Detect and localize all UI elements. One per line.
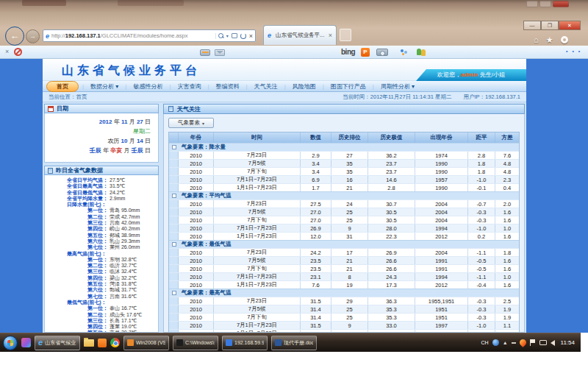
table-row[interactable]: 20107月5候3.43523.719901.84.8 — [169, 159, 519, 167]
bing-logo[interactable]: bing — [341, 48, 355, 56]
table-row[interactable]: 20107月下旬3.43523.719901.84.8 — [169, 167, 519, 175]
group-checkbox[interactable] — [172, 145, 176, 149]
taskbar-window-button-3[interactable]: 192.168.59.99... — [222, 336, 268, 350]
table-row[interactable]: 20107月1日~7月23日31.5933.01997-1.01.1 — [169, 321, 519, 329]
toolbar-overflow-icon[interactable]: • • • — [566, 49, 581, 54]
url-text[interactable]: http://192.168.137.1/GLCCLIMATE/modules/… — [51, 32, 215, 39]
table-row[interactable]: 20107月下旬31.42535.31951-0.31.9 — [169, 313, 519, 321]
table-row[interactable]: 20107月5候23.52126.61991-0.51.6 — [169, 256, 519, 264]
favorites-star-icon[interactable]: ★ — [546, 35, 553, 44]
new-tab-button[interactable] — [340, 29, 351, 41]
stat-line: 全省平均降水量：2.9mm — [46, 196, 157, 202]
col-year: 年份 — [179, 132, 214, 143]
blocked-icon[interactable] — [14, 48, 22, 56]
sparkle-icon[interactable] — [401, 49, 408, 56]
tray-dash-icon[interactable] — [512, 342, 516, 344]
table-row[interactable]: 20107月1日~7月23日26.9928.01994-1.01.0 — [169, 224, 519, 232]
taskbar-window-button-label: 现代手册.docx ... — [284, 339, 313, 347]
stop-icon[interactable]: × — [249, 33, 253, 39]
explorer-folder-icon[interactable] — [84, 339, 94, 347]
browser-tab[interactable]: e 山东省气候业务平... × — [263, 25, 337, 45]
taskbar-window-button-4[interactable]: 现代手册.docx ... — [271, 336, 317, 350]
toolbar-close-icon[interactable]: × — [5, 48, 9, 55]
nav-item-5[interactable]: 整编资料 — [209, 82, 246, 91]
table-row[interactable]: 20107月5候31.42535.31951-0.31.9 — [169, 305, 519, 313]
people-icon[interactable] — [417, 49, 427, 56]
bg-close-button[interactable] — [553, 1, 569, 7]
compatibility-view-icon[interactable] — [232, 33, 237, 38]
table-row[interactable]: 20101月1日~7月23日12.03122.320120.21.6 — [169, 232, 519, 240]
maximize-button[interactable]: ❐ — [541, 21, 559, 30]
browser-back-button[interactable]: ← — [5, 26, 24, 46]
refresh-icon[interactable] — [240, 33, 246, 39]
nav-item-1[interactable]: 首页 — [46, 81, 79, 92]
taskbar-orange-app-icon[interactable] — [98, 339, 107, 347]
nav-item-3[interactable]: 敏感性分析 — [126, 82, 169, 91]
rank-item: 第一位：东明 32.8℃ — [46, 257, 157, 263]
browser-command-bar: × bing P • • • — [0, 46, 588, 59]
bg-maximize-button[interactable] — [539, 1, 551, 7]
network-icon[interactable] — [539, 340, 547, 345]
table-row[interactable]: 20101月1日~7月23日7.61917.32012-0.41.6 — [169, 280, 519, 289]
background-window-fragment — [118, 0, 184, 6]
group-checkbox[interactable] — [172, 291, 176, 295]
taskbar-window-button-2[interactable]: C:\Windows\s... — [173, 336, 218, 350]
camera-icon[interactable] — [376, 49, 388, 56]
rank-item: 第一位：泰山 16.7℃ — [46, 305, 157, 311]
calendar-line: 星期二 — [52, 127, 151, 136]
mail-icon[interactable] — [215, 49, 225, 56]
table-group-header: 气象要素：最低气温 — [169, 240, 519, 248]
browser-forward-button[interactable]: → — [26, 29, 40, 43]
table-row[interactable]: 20107月23日2.92736.219742.87.6 — [169, 151, 519, 159]
table-row[interactable]: 20107月1日~7月23日23.1824.31994-1.11.0 — [169, 272, 519, 280]
table-row[interactable]: 20107月23日31.52936.31955,1951-0.32.5 — [169, 297, 519, 305]
home-icon[interactable]: ⌂ — [534, 35, 539, 44]
table-row[interactable]: 20107月下旬23.52126.61991-0.51.6 — [169, 264, 519, 272]
clock[interactable]: 11:54 — [559, 339, 575, 346]
table-row[interactable]: 20107月5候27.02530.52004-0.31.6 — [169, 208, 519, 216]
show-hidden-icons-icon[interactable]: ▲ — [503, 340, 508, 345]
close-button[interactable]: ✕ — [559, 21, 581, 30]
group-checkbox[interactable] — [172, 194, 176, 198]
chrome-icon[interactable] — [110, 338, 120, 347]
nav-item-2[interactable]: 数据分析 ▾ — [84, 82, 125, 91]
tab-close-icon[interactable]: × — [329, 32, 332, 39]
stat-line: 全省日最低气温：24.2℃ — [46, 190, 157, 196]
system-tray: CH ▲ 11:54 — [481, 339, 578, 346]
nav-item-6[interactable]: 天气关注 — [248, 82, 284, 91]
settings-gear-icon[interactable] — [561, 36, 568, 43]
taskbar-window-button-icon — [176, 339, 183, 346]
start-button[interactable] — [3, 336, 18, 350]
address-bar[interactable]: e http://192.168.137.1/GLCCLIMATE/module… — [43, 29, 256, 42]
cards-icon[interactable] — [200, 49, 210, 56]
bg-minimize-button[interactable] — [526, 1, 538, 7]
tab-title: 山东省气候业务平... — [276, 32, 326, 39]
group-checkbox[interactable] — [172, 242, 176, 247]
language-indicator[interactable]: CH — [481, 340, 489, 345]
table-row[interactable]: 20101月1日~7月23日1.7212.81990-0.10.4 — [169, 183, 519, 191]
taskbar-window-button-label: Win2008 (VS2... — [136, 340, 165, 345]
taskbar-window-button-1[interactable]: Win2008 (VS2... — [123, 336, 169, 350]
element-filter-button[interactable]: 气象要素▾ — [168, 118, 214, 128]
addon-p-icon[interactable]: P — [361, 48, 370, 57]
address-dropdown-icon[interactable]: ▾ — [226, 33, 229, 38]
nav-item-9[interactable]: 周期性分析 ▾ — [374, 82, 421, 91]
tray-app-icon[interactable] — [492, 339, 499, 346]
taskbar-app-icon[interactable] — [21, 338, 31, 347]
table-row[interactable]: 20107月下旬27.02530.52004-0.31.6 — [169, 216, 519, 224]
table-row[interactable]: 20107月23日24.21726.92004-1.11.8 — [169, 248, 519, 256]
nav-item-4[interactable]: 灾害查询 — [171, 82, 207, 91]
table-row[interactable]: 20107月23日27.52430.72004-0.72.0 — [169, 199, 519, 208]
action-center-flag-icon[interactable] — [530, 339, 536, 346]
col-anomaly: 距平 — [468, 132, 495, 143]
calendar-line: 壬辰 年 辛亥 月 壬辰 日 — [52, 146, 151, 155]
taskbar-ie-button[interactable]: e 山东省气候业... — [35, 336, 80, 350]
tray-flame-icon[interactable] — [518, 338, 528, 347]
nav-item-8[interactable]: 图面下行产品 — [324, 82, 373, 91]
volume-icon[interactable] — [551, 340, 555, 346]
nav-item-7[interactable]: 风险地图 — [286, 82, 323, 91]
rank-item: 第四位：梁山 32.2℃ — [46, 275, 157, 281]
minimize-button[interactable]: — — [523, 21, 541, 30]
search-icon[interactable] — [218, 33, 223, 38]
table-row[interactable]: 20107月1日~7月23日6.91614.61957-1.02.3 — [169, 175, 519, 183]
